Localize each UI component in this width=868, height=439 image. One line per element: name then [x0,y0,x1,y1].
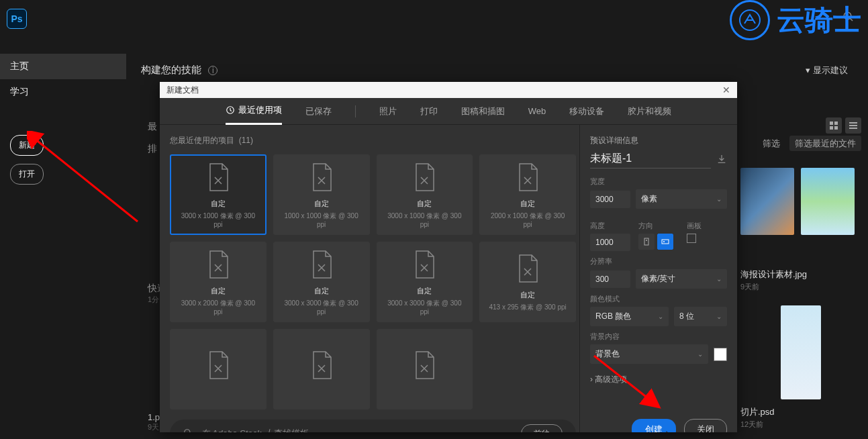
preset-card[interactable]: 自定3000 x 1000 像素 @ 300 ppi [170,154,267,235]
preset-size: 3000 x 1000 像素 @ 300 ppi [383,211,467,228]
tab-film[interactable]: 胶片和视频 [628,99,671,124]
artboard-label: 画板 [687,221,727,231]
app-logo: Ps [7,9,27,29]
sidebar-item-home[interactable]: 主页 [0,54,126,79]
recent-file-time: 9天 [148,422,160,432]
tab-saved[interactable]: 已保存 [305,99,332,124]
orientation-portrait-button[interactable] [638,234,655,250]
main-title: 构建您的技能 [141,64,201,75]
create-button[interactable]: 创建 [632,419,676,432]
width-unit-select[interactable]: 像素⌄ [636,189,727,209]
preset-name: 自定 [211,286,226,296]
preset-size: 3000 x 3000 像素 @ 300 ppi [279,299,364,315]
search-icon[interactable] [842,11,855,26]
svg-rect-12 [849,125,857,126]
tab-mobile[interactable]: 移动设备 [569,99,604,124]
svg-line-1 [850,18,853,21]
recent-file-name[interactable]: 切片.psd [740,406,861,418]
recent-thumb[interactable] [781,305,821,399]
recent-file-time: 9天前 [740,282,861,292]
color-mode-select[interactable]: RGB 颜色⌄ [590,307,669,326]
preset-name: 自定 [314,199,329,209]
preset-size: 1000 x 1000 像素 @ 300 ppi [279,211,364,228]
preset-name: 自定 [314,286,329,296]
preset-card[interactable] [273,329,370,409]
stock-go-button[interactable]: 前往 [521,424,563,433]
resolution-unit-select[interactable]: 像素/英寸⌄ [636,269,727,289]
preset-name: 自定 [417,199,432,209]
svg-rect-9 [830,126,833,130]
presets-count: (11) [239,136,253,145]
close-button[interactable]: 关闭 [684,419,727,432]
preset-card[interactable]: 自定3000 x 3000 像素 @ 300 ppi [377,242,473,322]
height-label: 高度 [590,221,630,231]
new-document-dialog: 新建文档 ✕ 最近使用项 已保存 照片 打印 图稿和插图 Web 移动设备 胶片… [160,82,737,432]
tab-photo[interactable]: 照片 [379,99,397,124]
recent-file-name[interactable]: 海报设计素材.jpg [740,269,861,281]
background-label: 背景内容 [590,332,727,342]
color-depth-select[interactable]: 8 位⌄ [674,307,727,326]
svg-rect-19 [662,240,669,244]
svg-rect-17 [644,238,648,245]
width-input[interactable] [590,191,630,208]
recent-file-name[interactable]: 1.p [148,412,160,422]
svg-point-18 [646,240,647,241]
preset-card[interactable] [377,329,473,409]
advanced-options-toggle[interactable]: › 高级选项 [590,374,727,385]
sidebar-item-learn[interactable]: 学习 [0,79,126,105]
preset-name: 自定 [520,199,535,209]
tab-print[interactable]: 打印 [420,99,438,124]
svg-point-20 [663,241,665,242]
document-name-input[interactable]: 未标题-1 [590,152,711,168]
recent-thumb[interactable] [740,168,794,235]
orientation-label: 方向 [638,221,679,231]
filter-label: 筛选 [763,138,780,148]
resolution-input[interactable] [590,271,630,288]
background-select[interactable]: 背景色⌄ [590,344,708,364]
open-button[interactable]: 打开 [10,164,44,185]
preset-name: 自定 [520,290,535,300]
preset-card[interactable]: 自定3000 x 3000 像素 @ 300 ppi [273,242,370,322]
details-header: 预设详细信息 [590,135,727,146]
background-color-swatch[interactable] [714,348,727,361]
show-hint-toggle[interactable]: ▾显示建议 [806,64,848,77]
svg-rect-13 [849,128,857,129]
view-grid-button[interactable] [826,117,842,134]
svg-rect-10 [834,126,838,130]
preset-name: 自定 [211,199,226,209]
preset-size: 2000 x 1000 像素 @ 300 ppi [485,211,570,228]
svg-point-0 [844,12,851,19]
recent-thumb[interactable] [801,168,855,235]
artboard-checkbox[interactable] [687,234,696,243]
new-button[interactable]: 新建 [10,135,44,156]
preset-size: 3000 x 1000 像素 @ 300 ppi [177,211,260,228]
width-label: 宽度 [590,177,727,187]
tab-recent[interactable]: 最近使用项 [226,97,282,125]
view-list-button[interactable] [845,117,861,134]
svg-point-15 [185,429,190,432]
search-icon [183,428,193,433]
download-icon[interactable] [716,154,727,167]
svg-rect-7 [830,121,833,125]
tab-web[interactable]: Web [528,99,546,123]
dialog-title: 新建文档 [166,85,199,96]
preset-card[interactable]: 自定3000 x 2000 像素 @ 300 ppi [170,242,267,322]
preset-card[interactable]: 自定413 x 295 像素 @ 300 ppi [479,242,576,322]
info-icon[interactable]: i [208,66,218,75]
close-icon[interactable]: ✕ [722,85,730,95]
orientation-landscape-button[interactable] [657,234,673,250]
preset-card[interactable]: 自定2000 x 1000 像素 @ 300 ppi [479,154,576,235]
preset-size: 3000 x 3000 像素 @ 300 ppi [383,299,467,315]
cursor-icon [665,430,675,432]
preset-card[interactable]: 自定1000 x 1000 像素 @ 300 ppi [273,154,370,235]
presets-header-label: 您最近使用的项目 [170,136,234,145]
preset-size: 3000 x 2000 像素 @ 300 ppi [176,299,260,315]
preset-name: 自定 [417,286,432,296]
tab-art[interactable]: 图稿和插图 [461,99,505,124]
preset-card[interactable] [170,329,267,409]
height-input[interactable] [590,234,630,251]
stock-search-input[interactable]: 在 Adobe Stock 上查找模板 [201,428,513,432]
filter-recent-input[interactable]: 筛选最近的文件 [789,136,861,151]
preset-size: 413 x 295 像素 @ 300 ppi [489,303,567,312]
preset-card[interactable]: 自定3000 x 1000 像素 @ 300 ppi [377,154,473,235]
